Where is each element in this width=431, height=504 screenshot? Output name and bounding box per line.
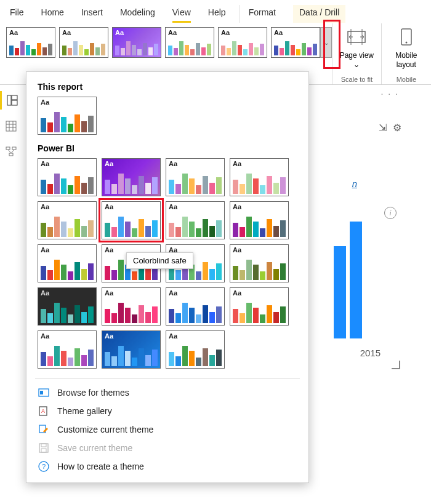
tab-modeling[interactable]: Modeling [120, 5, 155, 23]
theme-aa-label: Aa [233, 161, 286, 167]
svg-rect-22 [41, 444, 46, 447]
theme-bars [168, 38, 211, 55]
page-view-group[interactable]: Page view ⌄ Scale to fit [332, 23, 381, 84]
theme-aa-label: Aa [169, 333, 222, 340]
action-browse[interactable]: Browse for themes [38, 386, 300, 399]
theme-thumbnail[interactable]: Aa [38, 244, 97, 282]
theme-thumbnail[interactable]: Aa [38, 201, 97, 239]
theme-thumbnail[interactable]: Aa [230, 158, 289, 196]
tab-view[interactable]: View [172, 5, 191, 23]
theme-thumbnail[interactable]: Aa [230, 244, 289, 282]
theme-bars [105, 341, 158, 366]
info-icon[interactable]: i [384, 207, 397, 219]
settings-gear-icon[interactable]: ⚙ [393, 122, 401, 134]
svg-rect-17 [40, 391, 43, 394]
theme-thumbnail[interactable]: Aa [230, 287, 289, 326]
theme-thumbnail[interactable]: Aa [38, 97, 97, 135]
gallery-icon: A [38, 405, 50, 417]
theme-bars [41, 255, 94, 280]
theme-thumbnail[interactable]: Aa [6, 27, 55, 58]
svg-text:?: ? [42, 463, 46, 470]
theme-thumbnail[interactable]: Aa [112, 27, 161, 58]
theme-bars [41, 298, 94, 323]
theme-aa-label: Aa [41, 290, 94, 297]
theme-aa-label: Aa [41, 161, 94, 167]
theme-aa-label: Aa [62, 30, 105, 36]
theme-aa-label: Aa [41, 247, 94, 254]
svg-rect-21 [39, 444, 48, 452]
section-this-report: This report [38, 82, 297, 92]
theme-thumbnail[interactable]: Aa [166, 201, 225, 239]
theme-dropdown-panel: This report Aa Power BI AaAaAaAaAaAaAaAa… [26, 71, 309, 483]
tab-home[interactable]: Home [41, 5, 64, 23]
theme-thumbnail[interactable]: Aa [218, 27, 267, 58]
mobile-layout-label: Mobile layout [388, 51, 425, 69]
theme-bars [233, 298, 286, 323]
theme-thumbnail[interactable]: Aa [271, 27, 320, 58]
theme-thumbnail[interactable]: Aa [102, 287, 161, 326]
action-gallery[interactable]: ATheme gallery [38, 405, 300, 417]
theme-thumbnail[interactable]: Aa [166, 287, 225, 326]
tab-help[interactable]: Help [208, 5, 226, 23]
model-view-icon[interactable] [0, 143, 22, 161]
action-label: How to create a theme [57, 462, 144, 471]
theme-bars [169, 298, 222, 323]
data-view-icon[interactable] [0, 117, 22, 135]
tab-data-drill[interactable]: Data / Drill [293, 5, 345, 23]
theme-bars [274, 38, 317, 55]
theme-aa-label: Aa [233, 247, 286, 254]
theme-aa-label: Aa [221, 30, 264, 36]
tab-insert[interactable]: Insert [81, 5, 103, 23]
theme-aa-label: Aa [105, 333, 158, 340]
theme-aa-label: Aa [9, 30, 52, 36]
browse-icon [38, 386, 50, 399]
view-rail [0, 82, 22, 161]
theme-bars [221, 38, 264, 55]
theme-thumbnail[interactable]: Aa [230, 201, 289, 239]
action-help[interactable]: ?How to create a theme [38, 460, 300, 473]
action-label: Customize current theme [57, 425, 153, 434]
theme-thumbnail[interactable]: Aa [38, 287, 97, 326]
theme-thumbnail[interactable]: Aa [166, 330, 225, 369]
theme-bars [41, 212, 94, 237]
theme-thumbnail[interactable]: Aa [102, 158, 161, 196]
tab-file[interactable]: File [10, 5, 24, 23]
theme-thumbnail[interactable]: Aa [38, 330, 97, 369]
theme-aa-label: Aa [274, 30, 317, 36]
mobile-layout-sublabel: Mobile [397, 76, 416, 83]
theme-thumbnail[interactable]: Aa [38, 158, 97, 196]
save-icon [38, 442, 50, 454]
theme-thumbnail[interactable]: Aa [102, 330, 161, 369]
theme-bars [169, 341, 222, 366]
focus-mode-icon[interactable]: ⇲ [379, 122, 387, 134]
svg-rect-7 [12, 100, 17, 105]
theme-aa-label: Aa [168, 30, 211, 36]
action-label: Save current theme [57, 443, 132, 453]
report-view-icon[interactable] [0, 91, 22, 110]
theme-aa-label: Aa [105, 290, 158, 297]
chart-bars-fragment [334, 222, 363, 338]
mobile-layout-group[interactable]: Mobile layout Mobile [381, 23, 431, 84]
action-customize[interactable]: Customize current theme [38, 423, 300, 436]
theme-dropdown-button[interactable]: ⌄ [320, 27, 332, 58]
theme-aa-label: Aa [169, 204, 222, 210]
link-fragment[interactable]: n [352, 178, 357, 189]
resize-handle-icon[interactable] [392, 361, 400, 369]
theme-thumbnail[interactable]: Aa [165, 27, 214, 58]
theme-aa-label: Aa [169, 290, 222, 297]
theme-aa-label: Aa [41, 204, 94, 210]
more-options-icon[interactable]: · · · [381, 89, 399, 98]
theme-thumbnail[interactable]: Aa [59, 27, 108, 58]
divider [35, 378, 300, 379]
theme-thumbnail[interactable]: Aa [102, 201, 161, 239]
section-power-bi: Power BI [38, 143, 297, 153]
theme-aa-label: Aa [105, 204, 158, 210]
mobile-icon [401, 27, 412, 47]
axis-label: 2015 [360, 348, 381, 358]
theme-bars [169, 169, 222, 194]
ribbon-tabs: File Home Insert Modeling View Help Form… [0, 0, 431, 23]
svg-rect-13 [6, 147, 10, 150]
theme-bars [169, 212, 222, 237]
tab-format[interactable]: Format [240, 5, 276, 23]
theme-thumbnail[interactable]: Aa [166, 158, 225, 196]
